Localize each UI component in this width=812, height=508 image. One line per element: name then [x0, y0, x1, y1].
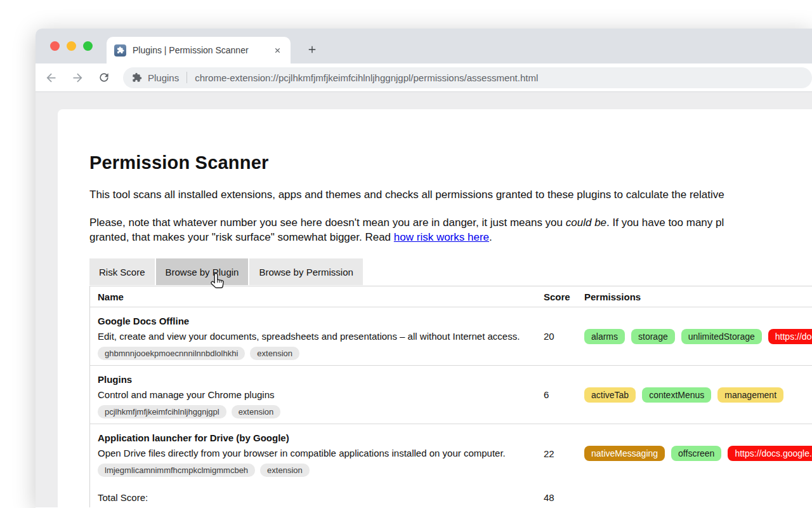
forward-icon[interactable]	[66, 66, 89, 89]
note-line2-end: .	[489, 231, 492, 243]
url-text[interactable]: chrome-extension://pcjlhkmfjmfjkeimfcihl…	[195, 72, 538, 83]
reload-icon[interactable]	[93, 66, 115, 89]
plugin-score: 20	[544, 331, 584, 342]
table-body: Google Docs Offline Edit, create and vie…	[90, 307, 812, 483]
address-bar[interactable]: Plugins chrome-extension://pcjlhkmfjmfjk…	[123, 67, 812, 88]
permission-badge: unlimitedStorage	[681, 329, 762, 344]
permission-badge: alarms	[584, 329, 625, 344]
permission-badges: alarmsstorageunlimitedStoragehttps://doc…	[584, 329, 812, 344]
plugin-description: Open Drive files directly from your brow…	[98, 448, 539, 458]
table-footer-row: Total Score: 48	[90, 483, 812, 507]
content-card: Permission Scanner This tool scans all i…	[58, 109, 812, 507]
plugin-id-badge: pcjlhkmfjmfjkeimfcihlnljhggnjgpl	[98, 405, 226, 418]
risk-info-link[interactable]: how risk works here	[394, 231, 489, 243]
zoom-window-button[interactable]	[83, 41, 93, 51]
plugin-id-badges: pcjlhkmfjmfjkeimfcihlnljhggnjgplextensio…	[98, 405, 539, 418]
permission-badge: activeTab	[584, 387, 636, 403]
browser-window: Plugins | Permission Scanner Plugins chr…	[36, 29, 812, 508]
plugin-name: Google Docs Offline	[98, 316, 539, 326]
plugin-name: Plugins	[98, 374, 539, 385]
plugin-score: 6	[544, 389, 584, 400]
permission-badge: https://docs.g	[768, 329, 812, 344]
permission-badge: contextMenus	[642, 387, 711, 403]
permission-badges: activeTabcontextMenusmanagement	[584, 387, 812, 403]
table-row: Google Docs Offline Edit, create and vie…	[90, 307, 812, 366]
plugin-id-badges: lmjegmlicamnimmfhcmpkclmigmmcbehextensio…	[98, 464, 539, 477]
plugin-id-badge: lmjegmlicamnimmfhcmpkclmigmmcbeh	[98, 464, 255, 477]
browser-toolbar: Plugins chrome-extension://pcjlhkmfjmfjk…	[36, 64, 812, 92]
close-window-button[interactable]	[50, 41, 60, 51]
new-tab-button[interactable]	[302, 39, 322, 60]
tab-browse-by-permission[interactable]: Browse by Permission	[249, 258, 362, 285]
plugin-name: Application launcher for Drive (by Googl…	[98, 432, 539, 443]
plugin-id-badge: extension	[250, 347, 299, 360]
plugin-id-badge: ghbmnnjooekpmoecnnnilnnbdlolhkhi	[98, 347, 245, 360]
table-header-row: Name Score Permissions	[90, 286, 812, 307]
view-tabs: Risk Score Browse by Plugin Browse by Pe…	[89, 258, 812, 285]
permission-badge: https://docs.google.co	[728, 446, 812, 461]
extensions-puzzle-icon	[132, 72, 142, 83]
permission-badge: storage	[631, 329, 675, 344]
tab-strip: Plugins | Permission Scanner	[36, 29, 812, 64]
plugin-id-badges: ghbmnnjooekpmoecnnnilnnbdlolhkhiextensio…	[98, 347, 539, 360]
intro-text: This tool scans all installed extensions…	[89, 187, 812, 202]
minimize-window-button[interactable]	[67, 41, 76, 51]
extension-name-label: Plugins	[148, 72, 179, 83]
plugin-description: Edit, create and view your documents, sp…	[98, 331, 539, 342]
tab-browse-by-plugin[interactable]: Browse by Plugin	[156, 258, 249, 285]
total-score-value: 48	[544, 492, 584, 503]
permission-badge: management	[717, 387, 783, 403]
page-title: Permission Scanner	[89, 152, 812, 173]
permission-badge: nativeMessaging	[584, 446, 665, 461]
header-permissions: Permissions	[584, 291, 812, 302]
back-icon[interactable]	[39, 66, 62, 89]
header-name: Name	[90, 291, 544, 302]
plugin-score: 22	[544, 448, 584, 459]
note-text: Please, note that whatever number you se…	[89, 215, 812, 244]
url-separator	[187, 72, 187, 83]
note-line2-start: granted, that makes your "risk surface" …	[89, 231, 394, 243]
table-row: Plugins Control and manage your Chrome p…	[90, 366, 812, 424]
tab-risk-score[interactable]: Risk Score	[89, 258, 155, 285]
window-controls	[50, 41, 93, 51]
header-score: Score	[544, 291, 584, 302]
note-line1-end: . If you have too many pl	[606, 217, 724, 229]
permission-badge: offscreen	[671, 446, 721, 461]
extension-puzzle-favicon-icon	[114, 44, 126, 57]
browser-tab[interactable]: Plugins | Permission Scanner	[107, 37, 291, 64]
plugin-id-badge: extension	[232, 405, 281, 418]
tab-close-icon[interactable]	[272, 44, 283, 56]
plugin-id-badge: extension	[260, 464, 310, 477]
permission-badges: nativeMessagingoffscreenhttps://docs.goo…	[584, 446, 812, 461]
table-row: Application launcher for Drive (by Googl…	[90, 424, 812, 483]
plugin-description: Control and manage your Chrome plugins	[98, 389, 539, 400]
plugins-table: Name Score Permissions Google Docs Offli…	[89, 286, 812, 507]
note-line1-start: Please, note that whatever number you se…	[89, 217, 566, 229]
page-background: Permission Scanner This tool scans all i…	[36, 92, 812, 507]
total-score-label: Total Score:	[90, 492, 544, 503]
note-italic: could be	[566, 217, 606, 229]
tab-title: Plugins | Permission Scanner	[133, 45, 272, 55]
